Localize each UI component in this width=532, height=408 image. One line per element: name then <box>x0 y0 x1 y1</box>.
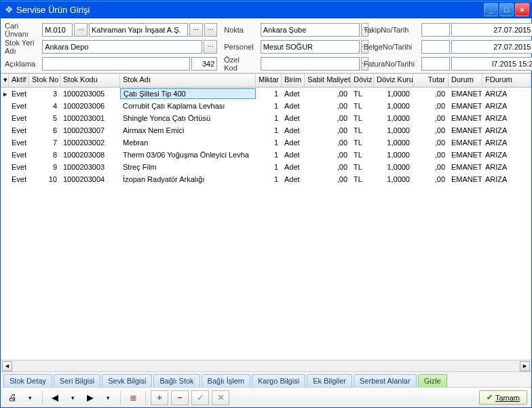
row-marker <box>1 179 9 180</box>
tab-stok-detay[interactable]: Stok Detay <box>3 374 52 387</box>
stok-yeri-input[interactable] <box>42 40 202 54</box>
cell-stokadi[interactable]: Mebran <box>120 138 256 147</box>
tab-kargo[interactable]: Kargo Bilgisi <box>252 374 305 387</box>
table-row[interactable]: Evet81000203008Therm 03/06 Yoğuşma Önley… <box>1 149 531 161</box>
print-icon[interactable]: 🖨 <box>5 390 20 405</box>
personel-input[interactable] <box>261 40 360 54</box>
belge-label: BelgeNo/Tarihi <box>364 43 413 51</box>
minimize-button[interactable]: _ <box>484 3 498 16</box>
cell-birim: Adet <box>282 150 305 160</box>
nav-first-dropdown[interactable]: ▾ <box>65 390 80 405</box>
cell-stokadi[interactable]: Streç Film <box>120 162 256 172</box>
cell-doviz: TL <box>351 89 374 98</box>
tamam-button[interactable]: ✔ Tamam <box>479 390 527 405</box>
col-tutar[interactable]: Tutar <box>413 74 449 87</box>
cari-code-lookup[interactable]: ⋯ <box>74 23 88 37</box>
print-dropdown-icon[interactable]: ▾ <box>22 390 37 405</box>
cell-doviz: TL <box>351 138 374 147</box>
cari-extra-lookup[interactable]: ⋯ <box>204 23 218 37</box>
col-aktif[interactable]: Aktif <box>9 74 29 87</box>
tab-gizle[interactable]: Gizle <box>418 374 447 387</box>
table-row[interactable]: Evet91000203003Streç Film1Adet,00TL1,000… <box>1 161 531 173</box>
cell-durum: EMANET <box>449 174 482 184</box>
window-title: Servise Ürün Girişi <box>16 5 484 15</box>
cari-name-input[interactable] <box>89 23 188 37</box>
cell-stokno: 7 <box>29 138 60 147</box>
nav-next-dropdown[interactable]: ▾ <box>100 390 115 405</box>
cell-stokadi[interactable]: İzopan Radyatör Arkalığı <box>120 174 256 184</box>
close-button[interactable]: × <box>515 3 529 16</box>
belge-no-input[interactable] <box>421 40 450 54</box>
cell-miktar: 1 <box>256 113 282 123</box>
cell-birim: Adet <box>282 113 305 123</box>
grid-body[interactable]: ▸Evet31000203005Çatı Şiltesi Tip 4001Ade… <box>1 88 531 360</box>
cell-stokadi[interactable]: Çatı Şiltesi Tip 400 <box>120 88 256 99</box>
col-durum[interactable]: Durum <box>449 74 482 87</box>
scroll-right-icon[interactable]: ► <box>520 361 530 371</box>
ozel-kod-input[interactable] <box>261 57 360 71</box>
col-fdurum[interactable]: FDurum <box>482 74 531 87</box>
cell-stokadi[interactable]: Shingle Yonca Çatı Örtüsü <box>120 113 256 123</box>
col-stokadi[interactable]: Stok Adı <box>120 74 256 87</box>
scroll-left-icon[interactable]: ◄ <box>2 361 12 371</box>
fatura-tarih-input[interactable] <box>451 57 532 71</box>
cell-stokadi[interactable]: Airmax Nem Emici <box>120 126 256 135</box>
maximize-button[interactable]: □ <box>499 3 514 16</box>
aciklama-num[interactable] <box>191 57 217 71</box>
cari-name-lookup[interactable]: ⋯ <box>189 23 203 37</box>
cell-stokkodu: 1000203004 <box>60 174 120 184</box>
grid: ▾ Aktif Stok No Stok Kodu Stok Adı Mikta… <box>1 73 531 371</box>
nav-first-icon[interactable]: ◀ <box>48 390 62 405</box>
col-miktar[interactable]: Miktar <box>256 74 282 87</box>
cell-sabit: ,00 <box>305 101 351 111</box>
aciklama-input[interactable] <box>42 57 190 71</box>
cell-aktif: Evet <box>9 101 29 111</box>
takip-no-input[interactable] <box>421 23 450 37</box>
list-icon[interactable]: ≣ <box>126 390 140 405</box>
table-row[interactable]: Evet51000203001Shingle Yonca Çatı Örtüsü… <box>1 112 531 124</box>
cell-stokadi[interactable]: Corrubit Çatı Kaplama Levhası <box>120 101 256 111</box>
confirm-button[interactable]: ✓ <box>191 390 209 405</box>
horizontal-scrollbar[interactable]: ◄ ► <box>1 360 531 371</box>
tab-ek[interactable]: Ek Bilgiler <box>307 374 352 387</box>
table-row[interactable]: Evet71000203002Mebran1Adet,00TL1,0000,00… <box>1 136 531 149</box>
table-row[interactable]: Evet101000203004İzopan Radyatör Arkalığı… <box>1 173 531 185</box>
fatura-label: FaturaNo/Tarihi <box>364 60 415 68</box>
col-doviz[interactable]: Döviz <box>351 74 374 87</box>
delete-button[interactable]: − <box>171 390 189 405</box>
cell-sabit: ,00 <box>305 138 351 147</box>
col-kur[interactable]: Döviz Kuru <box>374 74 413 87</box>
cell-durum: EMANET <box>449 138 482 147</box>
table-row[interactable]: Evet61000203007Airmax Nem Emici1Adet,00T… <box>1 124 531 136</box>
takip-tarih-input[interactable] <box>451 23 532 37</box>
col-stokno[interactable]: Stok No <box>29 74 60 87</box>
add-button[interactable]: + <box>151 390 168 405</box>
col-birim[interactable]: Birim <box>282 74 305 87</box>
cell-sabit: ,00 <box>305 126 351 135</box>
cell-sabit: ,00 <box>305 174 351 184</box>
stok-yeri-lookup[interactable]: ⋯ <box>204 40 217 54</box>
cari-code-input[interactable] <box>42 23 73 37</box>
cell-tutar: ,00 <box>413 150 449 160</box>
tab-seri[interactable]: Seri Bilgisi <box>54 374 100 387</box>
cell-aktif: Evet <box>9 174 29 184</box>
table-row[interactable]: ▸Evet31000203005Çatı Şiltesi Tip 4001Ade… <box>1 88 531 100</box>
col-stokkodu[interactable]: Stok Kodu <box>60 74 120 87</box>
title-bar[interactable]: ❖ Servise Ürün Girişi _ □ × <box>1 1 531 18</box>
tab-bagli-stok[interactable]: Bağlı Stok <box>153 374 200 387</box>
tab-serbest[interactable]: Serbest Alanlar <box>354 374 417 387</box>
cell-miktar: 1 <box>256 174 282 184</box>
tab-sevk[interactable]: Sevk Bilgisi <box>102 374 152 387</box>
fatura-no-input[interactable] <box>421 57 450 71</box>
nav-next-icon[interactable]: ▶ <box>83 390 98 405</box>
row-marker-header[interactable]: ▾ <box>1 74 9 87</box>
belge-tarih-input[interactable] <box>451 40 532 54</box>
col-sabit[interactable]: Sabit Maliyet <box>305 74 351 87</box>
cell-stokadi[interactable]: Therm 03/06 Yoğuşma Önleyici Levha <box>120 150 256 160</box>
cell-tutar: ,00 <box>413 89 449 98</box>
cancel-button[interactable]: ✕ <box>212 390 229 405</box>
cell-birim: Adet <box>282 89 305 98</box>
tab-bagli-islem[interactable]: Bağlı İşlem <box>202 374 250 387</box>
table-row[interactable]: Evet41000203006Corrubit Çatı Kaplama Lev… <box>1 100 531 112</box>
nokta-input[interactable] <box>261 23 360 37</box>
